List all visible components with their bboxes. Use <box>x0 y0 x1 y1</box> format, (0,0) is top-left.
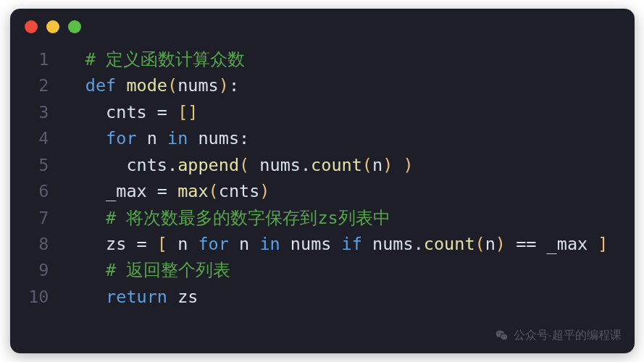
zoom-icon[interactable] <box>68 20 81 33</box>
wechat-icon <box>495 329 509 343</box>
code-line: 9 # 返回整个列表 <box>17 257 620 283</box>
code-content: cnts = [] <box>65 99 198 125</box>
code-content: # 返回整个列表 <box>65 257 231 283</box>
line-number: 9 <box>17 257 65 283</box>
line-number: 1 <box>17 46 65 72</box>
code-content: # 将次数最多的数字保存到zs列表中 <box>65 205 390 231</box>
line-number: 7 <box>17 205 65 231</box>
code-content: cnts.append( nums.count(n) ) <box>65 152 414 178</box>
code-content: _max = max(cnts) <box>65 178 270 204</box>
line-number: 4 <box>17 125 65 151</box>
line-number: 3 <box>17 99 65 125</box>
code-line: 4 for n in nums: <box>17 125 620 151</box>
code-line: 7 # 将次数最多的数字保存到zs列表中 <box>17 205 620 231</box>
code-content: for n in nums: <box>65 125 250 151</box>
code-content: return zs <box>65 284 198 310</box>
minimize-icon[interactable] <box>46 20 59 33</box>
line-number: 2 <box>17 72 65 98</box>
code-content: def mode(nums): <box>65 72 240 98</box>
line-number: 6 <box>17 178 65 204</box>
line-number: 8 <box>17 231 65 257</box>
code-area: 1 # 定义函数计算众数2 def mode(nums):3 cnts = []… <box>10 39 635 324</box>
code-line: 10 return zs <box>17 284 620 310</box>
close-icon[interactable] <box>25 20 38 33</box>
code-line: 5 cnts.append( nums.count(n) ) <box>17 152 620 178</box>
code-line: 8 zs = [ n for n in nums if nums.count(n… <box>17 231 620 257</box>
watermark: 公众号 · 超平的编程课 <box>495 328 621 343</box>
line-number: 10 <box>17 284 65 310</box>
code-line: 6 _max = max(cnts) <box>17 178 620 204</box>
code-content: # 定义函数计算众数 <box>65 46 246 72</box>
code-content: zs = [ n for n in nums if nums.count(n) … <box>65 231 609 257</box>
watermark-name: 超平的编程课 <box>552 328 622 343</box>
watermark-label: 公众号 <box>514 328 548 343</box>
code-line: 1 # 定义函数计算众数 <box>17 46 620 72</box>
line-number: 5 <box>17 152 65 178</box>
code-line: 2 def mode(nums): <box>17 72 620 98</box>
code-window: 1 # 定义函数计算众数2 def mode(nums):3 cnts = []… <box>10 9 635 353</box>
titlebar <box>10 9 635 39</box>
code-line: 3 cnts = [] <box>17 99 620 125</box>
